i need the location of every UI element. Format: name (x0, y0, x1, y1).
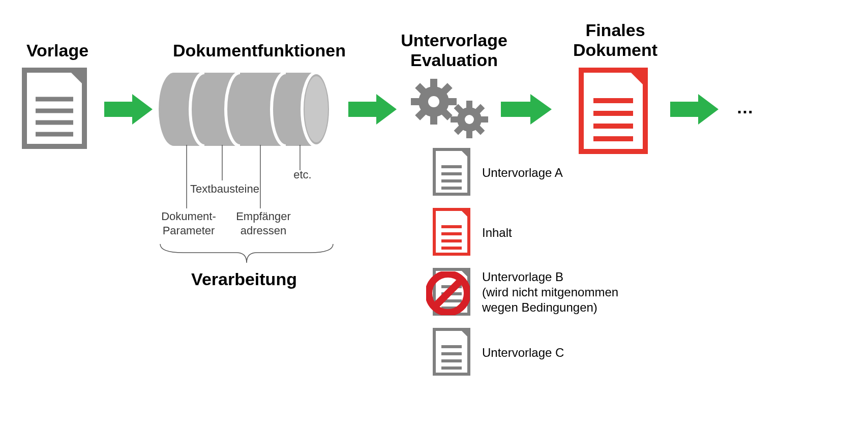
curly-brace-icon (158, 241, 336, 267)
label-empfaenger: Empfänger adressen (228, 209, 299, 237)
heading-verarbeitung: Verarbeitung (178, 269, 310, 289)
label-sub-b-line3: wegen Bedingungen) (482, 300, 597, 314)
heading-untervorlage-line2: Evaluation (410, 50, 498, 70)
svg-marker-21 (348, 94, 397, 125)
document-icon-sub-c (432, 327, 473, 377)
arrow-icon-3 (501, 94, 552, 125)
label-inhalt: Inhalt (482, 225, 512, 240)
svg-marker-71 (459, 328, 470, 340)
arrow-icon-1 (104, 94, 153, 125)
heading-untervorlage-line1: Untervorlage (401, 30, 507, 50)
label-sub-b: Untervorlage B (wird nicht mitgenommen w… (482, 269, 618, 315)
label-dokparam-line2: Parameter (163, 224, 215, 237)
cylinder-icon (159, 71, 344, 152)
heading-finales-line2: Dokument (573, 40, 657, 59)
svg-marker-57 (459, 208, 470, 220)
label-sub-a: Untervorlage A (482, 165, 563, 180)
svg-rect-39 (451, 116, 458, 123)
label-sub-b-line1: Untervorlage B (482, 270, 563, 284)
svg-point-16 (305, 76, 328, 142)
svg-rect-35 (481, 116, 488, 123)
arrow-icon-2 (348, 94, 397, 125)
label-textbausteine: Textbausteine (184, 182, 265, 196)
svg-marker-49 (670, 94, 719, 125)
label-sub-c: Untervorlage C (482, 345, 564, 360)
svg-line-69 (436, 282, 460, 305)
svg-rect-29 (411, 98, 420, 105)
label-etc: etc. (285, 168, 320, 182)
label-dokument-parameter: Dokument- Parameter (151, 209, 227, 237)
document-icon-sub-a (432, 147, 473, 197)
arrow-icon-4 (670, 94, 719, 125)
svg-marker-6 (104, 94, 153, 125)
heading-dokumentfunktionen: Dokumentfunktionen (158, 41, 361, 60)
document-icon-final (577, 66, 653, 158)
heading-finales-line1: Finales (585, 20, 645, 40)
ellipsis-text: … (736, 98, 754, 117)
label-dokparam-line1: Dokument- (161, 210, 216, 223)
heading-vorlage: Vorlage (14, 41, 101, 60)
document-icon-inhalt (432, 207, 473, 257)
svg-rect-27 (430, 115, 437, 125)
svg-rect-33 (466, 101, 472, 108)
svg-rect-25 (447, 98, 457, 105)
label-empf-line2: adressen (241, 224, 287, 237)
svg-rect-23 (430, 79, 437, 88)
gears-icon (411, 76, 497, 142)
document-icon-vorlage (20, 66, 92, 152)
label-empf-line1: Empfänger (236, 210, 291, 223)
svg-marker-1 (66, 68, 87, 88)
heading-finales-dokument: Finales Dokument (554, 20, 676, 60)
svg-marker-42 (501, 94, 552, 125)
label-sub-b-line2: (wird nicht mitgenommen (482, 285, 618, 299)
svg-point-31 (428, 96, 439, 107)
svg-point-41 (465, 115, 474, 124)
svg-marker-51 (459, 148, 470, 160)
heading-untervorlage-eval: Untervorlage Evaluation (385, 30, 523, 70)
prohibition-icon (426, 271, 470, 315)
svg-rect-37 (466, 131, 472, 138)
